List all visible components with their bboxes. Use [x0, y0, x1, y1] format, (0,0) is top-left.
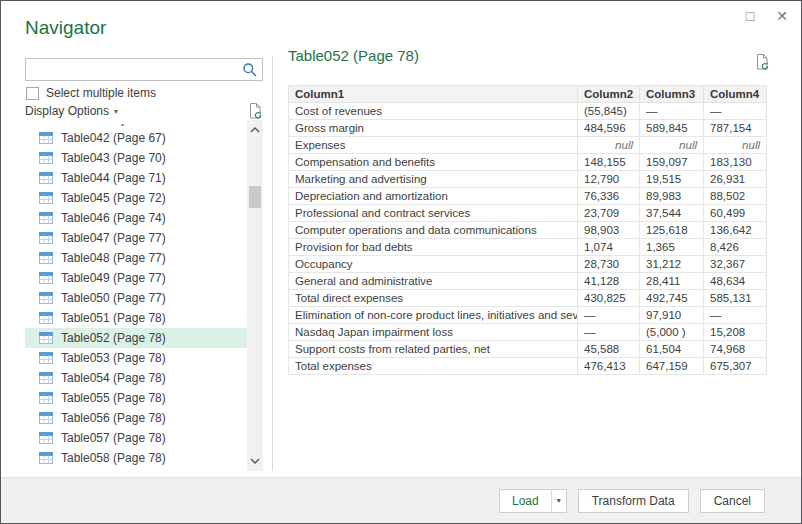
table-icon: [39, 432, 53, 444]
table-cell: null: [704, 137, 767, 154]
list-item[interactable]: Table045 (Page 72): [25, 188, 247, 208]
table-cell: 76,336: [578, 188, 640, 205]
list-item[interactable]: Table044 (Page 71): [25, 168, 247, 188]
close-button[interactable]: ✕: [773, 7, 791, 25]
table-cell: 31,212: [640, 256, 704, 273]
list-item[interactable]: Table047 (Page 77): [25, 228, 247, 248]
table-row[interactable]: Expensesnullnullnull: [289, 137, 767, 154]
table-cell: 675,307: [704, 358, 767, 375]
list-item[interactable]: Table051 (Page 78): [25, 308, 247, 328]
table-cell: Computer operations and data communicati…: [289, 222, 578, 239]
select-multiple-row[interactable]: Select multiple items: [26, 86, 156, 100]
table-cell: Gross margin: [289, 120, 578, 137]
table-row[interactable]: Compensation and benefits148,155159,0971…: [289, 154, 767, 171]
table-icon: [39, 372, 53, 384]
list-item-label: Table052 (Page 78): [61, 331, 166, 345]
table-row[interactable]: Support costs from related parties, net4…: [289, 341, 767, 358]
table-row[interactable]: Elimination of non-core product lines, i…: [289, 307, 767, 324]
table-cell: Depreciation and amortization: [289, 188, 578, 205]
list-item[interactable]: Table055 (Page 78): [25, 388, 247, 408]
table-cell: 32,367: [704, 256, 767, 273]
scroll-up-icon[interactable]: [247, 122, 263, 138]
maximize-button[interactable]: □: [741, 7, 759, 25]
table-row[interactable]: Total direct expenses430,825492,745585,1…: [289, 290, 767, 307]
table-cell: Nasdaq Japan impairment loss: [289, 324, 578, 341]
table-row[interactable]: Occupancy28,73031,21232,367: [289, 256, 767, 273]
list-item[interactable]: Table054 (Page 78): [25, 368, 247, 388]
table-row[interactable]: Cost of revenues(55,845)——: [289, 103, 767, 120]
search-icon[interactable]: [242, 62, 258, 78]
list-item-label: Table043 (Page 70): [61, 151, 166, 165]
table-cell: Professional and contract services: [289, 205, 578, 222]
list-item[interactable]: Table052 (Page 78): [25, 328, 247, 348]
table-row[interactable]: General and administrative41,12828,41148…: [289, 273, 767, 290]
table-cell: 26,931: [704, 171, 767, 188]
table-cell: 48,634: [704, 273, 767, 290]
load-dropdown-icon[interactable]: ▼: [551, 490, 566, 512]
table-cell: 492,745: [640, 290, 704, 307]
panel-divider: [272, 56, 273, 471]
list-item-label: Table048 (Page 77): [61, 251, 166, 265]
table-cell: Elimination of non-core product lines, i…: [289, 307, 578, 324]
list-item[interactable]: Table042 (Page 67): [25, 128, 247, 148]
list-item-label: Table049 (Page 77): [61, 271, 166, 285]
table-row[interactable]: Gross margin484,596589,845787,154: [289, 120, 767, 137]
table-icon: [39, 412, 53, 424]
table-row[interactable]: Marketing and advertising12,79019,51526,…: [289, 171, 767, 188]
cancel-button[interactable]: Cancel: [700, 489, 765, 513]
table-cell: Total direct expenses: [289, 290, 578, 307]
list-item[interactable]: Table057 (Page 78): [25, 428, 247, 448]
list-item-label: Table042 (Page 67): [61, 131, 166, 145]
table-cell: Support costs from related parties, net: [289, 341, 578, 358]
table-cell: 88,502: [704, 188, 767, 205]
table-cell: 28,730: [578, 256, 640, 273]
search-input[interactable]: [26, 59, 242, 80]
table-row[interactable]: Depreciation and amortization76,33689,98…: [289, 188, 767, 205]
table-row[interactable]: Professional and contract services23,709…: [289, 205, 767, 222]
select-multiple-label: Select multiple items: [46, 86, 156, 100]
table-cell: null: [578, 137, 640, 154]
column-header: Column4: [704, 86, 767, 103]
table-cell: 787,154: [704, 120, 767, 137]
table-cell: Expenses: [289, 137, 578, 154]
table-cell: Compensation and benefits: [289, 154, 578, 171]
list-item[interactable]: Table058 (Page 78): [25, 448, 247, 468]
column-header: Column2: [578, 86, 640, 103]
table-row[interactable]: Nasdaq Japan impairment loss—(5,000 )15,…: [289, 324, 767, 341]
table-cell: 37,544: [640, 205, 704, 222]
table-cell: 15,208: [704, 324, 767, 341]
list-item[interactable]: Table053 (Page 78): [25, 348, 247, 368]
list-item[interactable]: Table043 (Page 70): [25, 148, 247, 168]
list-item[interactable]: Table050 (Page 77): [25, 288, 247, 308]
table-cell: 89,983: [640, 188, 704, 205]
list-item[interactable]: Table056 (Page 78): [25, 408, 247, 428]
list-item[interactable]: Table046 (Page 74): [25, 208, 247, 228]
column-header: Column3: [640, 86, 704, 103]
table-cell: Cost of revenues: [289, 103, 578, 120]
table-icon: [39, 152, 53, 164]
list-item-label: Table054 (Page 78): [61, 371, 166, 385]
table-cell: 148,155: [578, 154, 640, 171]
list-item-label: Table057 (Page 78): [61, 431, 166, 445]
scroll-down-icon[interactable]: [247, 453, 263, 469]
display-options-dropdown[interactable]: Display Options ▾: [25, 104, 118, 118]
preview-refresh-icon[interactable]: [754, 53, 770, 71]
table-row[interactable]: Total expenses476,413647,159675,307: [289, 358, 767, 375]
table-cell: 61,504: [640, 341, 704, 358]
refresh-icon[interactable]: [247, 102, 263, 120]
table-row[interactable]: Provision for bad debts1,0741,3658,426: [289, 239, 767, 256]
list-item[interactable]: Table048 (Page 77): [25, 248, 247, 268]
table-cell: 1,074: [578, 239, 640, 256]
list-item[interactable]: Table049 (Page 77): [25, 268, 247, 288]
table-cell: —: [704, 103, 767, 120]
scrollbar-thumb[interactable]: [249, 186, 261, 208]
table-row[interactable]: Computer operations and data communicati…: [289, 222, 767, 239]
search-box: [25, 58, 263, 81]
transform-data-button[interactable]: Transform Data: [578, 489, 689, 513]
select-multiple-checkbox[interactable]: [26, 87, 39, 100]
table-cell: 159,097: [640, 154, 704, 171]
dialog-title: Navigator: [25, 17, 106, 39]
table-cell: 19,515: [640, 171, 704, 188]
list-scrollbar[interactable]: [247, 120, 263, 471]
load-button[interactable]: Load: [500, 490, 551, 512]
